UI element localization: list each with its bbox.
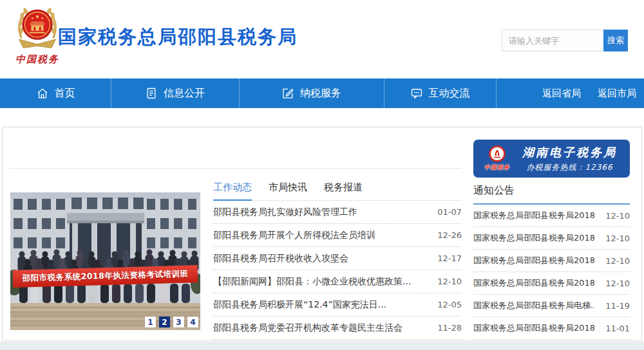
tax-emblem-icon [9, 3, 66, 53]
nav-item-label: 互动交流 [429, 87, 470, 100]
chat-icon [410, 87, 423, 100]
notice-item-title: 国家税务总局邵阳县税务局电梯... [473, 300, 594, 311]
notice-item-title: 国家税务总局邵阳县税务局2018... [473, 255, 594, 266]
notice-item-title: 国家税务总局邵阳县税务局2018... [473, 210, 594, 221]
tab-city-bureau-news[interactable]: 市局快讯 [269, 181, 307, 200]
carousel-page-2[interactable]: 2 [159, 317, 170, 327]
news-section: 工作动态 市局快讯 税务报道 邵阳县税务局扎实做好风险管理工作01-07 邵阳县… [213, 181, 462, 340]
notice-item[interactable]: 国家税务总局邵阳县税务局2018...12-10 [473, 272, 630, 295]
news-item-title: 邵阳县税务局扎实做好风险管理工作 [213, 207, 357, 218]
notices-title: 通知公告 [473, 184, 630, 198]
top-empty-notice-strip [10, 127, 461, 169]
logo-calligraphy-text: 中国税务 [9, 53, 66, 66]
news-item[interactable]: 邵阳县税务局扎实做好风险管理工作01-07 [213, 201, 462, 224]
carousel-page-4[interactable]: 4 [187, 317, 198, 327]
carousel-page-3[interactable]: 3 [173, 317, 184, 327]
nav-divider [384, 78, 384, 108]
search-input[interactable] [502, 30, 603, 51]
nav-link-return-city[interactable]: 返回市局 [598, 88, 636, 100]
notice-item-date: 12-10 [600, 279, 630, 288]
news-tabs: 工作动态 市局快讯 税务报道 [213, 181, 462, 201]
nav-divider [111, 78, 111, 108]
news-item-date: 12-10 [432, 277, 462, 286]
etax-logo-text: 中国税务 [480, 163, 515, 172]
notice-item-title: 国家税务总局邵阳县税务局2018... [473, 277, 594, 289]
news-item[interactable]: 【邵阳新闻网】邵阳县：小微企业税收优惠政策...12-10 [213, 270, 462, 293]
nav-item-home[interactable]: 首页 [0, 78, 111, 108]
news-item-title: 邵阳县税务局开展个人所得税法全员培训 [213, 230, 375, 241]
nav-item-label: 首页 [55, 87, 75, 100]
notice-item[interactable]: 国家税务总局邵阳县税务局2018...12-10 [473, 250, 630, 272]
news-item-title: 【邵阳新闻网】邵阳县：小微企业税收优惠政策... [213, 276, 411, 288]
tax-emblem-small-icon [480, 145, 515, 163]
tab-tax-reports[interactable]: 税务报道 [324, 181, 363, 200]
home-icon [36, 87, 49, 100]
news-list: 邵阳县税务局扎实做好风险管理工作01-07 邵阳县税务局开展个人所得税法全员培训… [213, 201, 462, 340]
document-icon [145, 87, 158, 100]
etax-banner-title: 湖南电子税务局 [515, 145, 625, 160]
news-item-title: 邵阳县税务局积极开展“12.4”国家宪法日... [213, 299, 386, 311]
notice-item-date: 11-19 [600, 301, 630, 311]
pencil-icon [281, 87, 294, 100]
nav-item-info-disclosure[interactable]: 信息公开 [111, 78, 239, 108]
nav-item-tax-service[interactable]: 纳税服务 [239, 78, 384, 108]
nav-divider [239, 78, 240, 108]
notice-item-date: 12-10 [600, 234, 630, 243]
footer-strip [0, 342, 644, 350]
news-item-date: 12-05 [432, 300, 462, 309]
carousel[interactable]: 邵阳市税务系统2018年执法资格考试培训班 1 2 3 4 [10, 192, 200, 330]
search-bar: 搜索 [502, 30, 628, 51]
nav-link-return-province[interactable]: 返回省局 [542, 88, 581, 100]
search-button[interactable]: 搜索 [603, 30, 628, 51]
news-item-date: 12-17 [432, 253, 462, 263]
notices-list: 国家税务总局邵阳县税务局2018...12-10 国家税务总局邵阳县税务局201… [473, 205, 630, 340]
main-nav: 首页 信息公开 纳税服务 互动交流 返回省局 返回市局 [0, 78, 644, 108]
notice-item-date: 11-01 [600, 324, 630, 333]
site-title: 国家税务总局邵阳县税务局 [58, 24, 298, 50]
notice-item[interactable]: 国家税务总局邵阳县税务局2018...11-01 [473, 317, 630, 340]
news-item-title: 邵阳县税务局召开税收收入攻坚会 [213, 253, 348, 264]
tax-emblem-logo: 中国税务 [9, 3, 66, 66]
tab-work-dynamics[interactable]: 工作动态 [213, 181, 252, 201]
carousel-pager: 1 2 3 4 [145, 317, 198, 327]
news-item-date: 01-07 [432, 207, 462, 217]
notice-item-title: 国家税务总局邵阳县税务局2018... [473, 232, 594, 244]
etax-logo: 中国税务 [480, 145, 515, 172]
notices-section: 通知公告 国家税务总局邵阳县税务局2018...12-10 国家税务总局邵阳县税… [473, 184, 630, 340]
news-item-date: 12-26 [432, 230, 462, 240]
nav-item-interaction[interactable]: 互动交流 [384, 78, 496, 108]
carousel-photo [10, 192, 200, 330]
news-item[interactable]: 邵阳县税务局积极开展“12.4”国家宪法日...12-05 [213, 293, 462, 317]
site-header: 中国税务 国家税务总局邵阳县税务局 搜索 [0, 0, 644, 78]
notice-item-title: 国家税务总局邵阳县税务局2018... [473, 322, 594, 334]
etax-banner[interactable]: 中国税务 湖南电子税务局 办税服务热线：12366 [473, 140, 630, 178]
etax-hotline: 办税服务热线：12366 [515, 162, 625, 173]
notice-item-date: 12-10 [600, 256, 630, 266]
news-item[interactable]: 邵阳县税务局党委召开机构改革专题民主生活会11-28 [213, 317, 462, 340]
carousel-page-1[interactable]: 1 [145, 317, 156, 327]
notice-item[interactable]: 国家税务总局邵阳县税务局电梯...11-19 [473, 295, 630, 317]
etax-banner-text: 湖南电子税务局 办税服务热线：12366 [515, 145, 625, 173]
nav-return-links: 返回省局 返回市局 [542, 78, 636, 108]
notice-item[interactable]: 国家税务总局邵阳县税务局2018...12-10 [473, 227, 630, 250]
main-content-panel: 中国税务 湖南电子税务局 办税服务热线：12366 [2, 127, 642, 341]
news-item[interactable]: 邵阳县税务局开展个人所得税法全员培训12-26 [213, 224, 462, 247]
news-item[interactable]: 邵阳县税务局召开税收收入攻坚会12-17 [213, 247, 462, 270]
notice-item[interactable]: 国家税务总局邵阳县税务局2018...12-10 [473, 205, 630, 227]
nav-item-label: 信息公开 [164, 87, 205, 100]
news-item-date: 11-28 [432, 323, 462, 333]
news-item-title: 邵阳县税务局党委召开机构改革专题民主生活会 [213, 322, 402, 334]
notice-item-date: 12-10 [600, 211, 630, 221]
nav-item-label: 纳税服务 [300, 87, 341, 100]
nav-divider [496, 78, 497, 108]
